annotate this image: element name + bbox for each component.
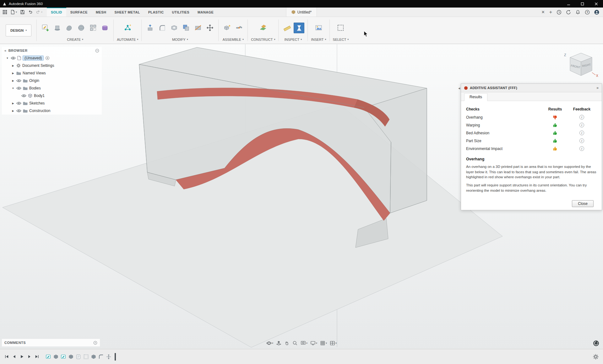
browser-item-document-settings[interactable]: ▶ Document Settings [2, 62, 102, 69]
comments-bar[interactable]: COMMENTS [2, 339, 100, 346]
document-tab[interactable]: Untitled* [286, 8, 317, 17]
additive-assistant-tool-icon[interactable] [294, 23, 304, 33]
extrude-icon[interactable] [52, 23, 62, 33]
visibility-eye-icon[interactable] [16, 87, 21, 90]
browser-item-origin[interactable]: ▶ Origin [2, 77, 102, 84]
go-to-start-icon[interactable] [4, 355, 9, 359]
timeline-fillet-icon[interactable] [98, 354, 104, 360]
timeline-feature-icon[interactable] [76, 354, 81, 360]
workspace-selector-dropdown[interactable]: DESIGN ▾ [6, 24, 31, 36]
history-clock-icon[interactable] [557, 10, 562, 15]
fillet-icon[interactable] [157, 23, 167, 33]
play-icon[interactable] [19, 355, 24, 359]
view-cube[interactable]: Z FRONT RIGHT X [562, 48, 600, 83]
group-label-construct[interactable]: CONSTRUCT▾ [251, 37, 275, 43]
browser-item-sketches[interactable]: ▶ Sketches [2, 99, 102, 107]
timeline-extrude-icon[interactable] [91, 354, 96, 360]
joint-icon[interactable] [234, 23, 244, 33]
help-icon[interactable]: ? [585, 10, 590, 15]
timeline-sketch-icon[interactable] [61, 354, 66, 360]
visibility-eye-icon[interactable] [21, 94, 26, 97]
tab-sheet-metal[interactable]: SHEET METAL [110, 8, 144, 17]
visibility-eye-icon[interactable] [16, 102, 21, 105]
visibility-eye-icon[interactable] [11, 56, 16, 60]
shell-icon[interactable] [169, 23, 179, 33]
pattern-icon[interactable] [88, 23, 98, 33]
revolve-icon[interactable] [76, 23, 86, 33]
app-grid-icon[interactable] [3, 10, 7, 14]
tab-utilities[interactable]: UTILITIES [168, 8, 193, 17]
group-label-assemble[interactable]: ASSEMBLE▾ [223, 37, 244, 43]
tab-surface[interactable]: SURFACE [66, 8, 92, 17]
grid-snap-icon[interactable]: ▾ [319, 340, 328, 346]
create-form-icon[interactable] [100, 23, 110, 33]
expand-caret-icon[interactable]: ▶ [11, 102, 15, 105]
visibility-eye-icon[interactable] [16, 79, 21, 82]
combine-icon[interactable] [181, 23, 191, 33]
sweep-icon[interactable] [64, 23, 74, 33]
step-back-icon[interactable] [12, 355, 17, 359]
user-avatar[interactable] [594, 10, 599, 15]
tab-plastic[interactable]: PLASTIC [144, 8, 168, 17]
visibility-eye-icon[interactable] [16, 109, 21, 112]
close-document-tab-icon[interactable]: ✕ [541, 10, 545, 14]
redo-icon[interactable]: ▾ [36, 10, 42, 14]
save-icon[interactable] [20, 10, 25, 14]
construction-plane-icon[interactable] [258, 23, 269, 33]
viewports-icon[interactable]: ▾ [329, 340, 338, 346]
timeline-position-marker[interactable] [115, 353, 116, 361]
pan-icon[interactable] [283, 340, 291, 346]
group-label-inspect[interactable]: INSPECT▾ [285, 37, 302, 43]
timeline-sketch-icon[interactable] [46, 354, 51, 360]
activate-component-icon[interactable] [45, 56, 50, 60]
info-icon[interactable]: i [579, 146, 584, 151]
tab-mesh[interactable]: MESH [92, 8, 110, 17]
expand-caret-icon[interactable]: ▼ [11, 87, 15, 90]
info-icon[interactable]: i [579, 138, 584, 143]
expand-caret-icon[interactable]: ▶ [11, 64, 15, 67]
expand-caret-icon[interactable]: ▶ [11, 79, 15, 82]
timeline-settings-gear-icon[interactable] [593, 354, 599, 360]
minimize-button[interactable] [562, 0, 575, 8]
group-label-modify[interactable]: MODIFY▾ [172, 37, 188, 43]
3d-viewport[interactable]: « BROWSER ▼ (Unsaved) ▶ Document Setting… [0, 44, 603, 349]
root-document-label[interactable]: (Unsaved) [23, 56, 44, 61]
info-icon[interactable]: i [579, 131, 584, 135]
timeline-extrude-icon[interactable] [53, 354, 59, 360]
select-marquee-icon[interactable] [335, 23, 346, 33]
browser-item-body1[interactable]: Body1 [2, 92, 102, 99]
group-label-create[interactable]: CREATE▾ [67, 37, 83, 43]
create-sketch-icon[interactable] [40, 23, 51, 33]
timeline-extrude-icon[interactable] [68, 354, 74, 360]
group-label-automate[interactable]: AUTOMATE▾ [117, 37, 138, 43]
timeline-move-icon[interactable] [106, 354, 111, 360]
expand-caret-icon[interactable]: ▶ [11, 72, 15, 75]
assistant-status-icon[interactable] [593, 340, 599, 346]
info-icon[interactable]: i [579, 123, 584, 127]
step-forward-icon[interactable] [27, 355, 32, 359]
panel-expand-icon[interactable]: » [596, 86, 599, 90]
insert-canvas-icon[interactable] [313, 23, 324, 33]
browser-item-named-views[interactable]: ▶ Named Views [2, 69, 102, 77]
look-at-icon[interactable] [275, 340, 282, 346]
panel-collapse-handle[interactable]: ◀ [458, 86, 461, 91]
browser-item-construction[interactable]: ▶ Construction [2, 107, 102, 115]
additive-assistant-header[interactable]: ADDITIVE ASSISTANT (FFF) » [461, 84, 602, 92]
job-status-icon[interactable] [566, 10, 571, 15]
group-label-insert[interactable]: INSERT▾ [311, 37, 326, 43]
split-body-icon[interactable] [193, 23, 203, 33]
tab-results[interactable]: Results [464, 93, 487, 101]
group-label-select[interactable]: SELECT▾ [333, 37, 349, 43]
comments-options-icon[interactable] [93, 341, 97, 345]
expand-caret-icon[interactable]: ▼ [6, 57, 9, 60]
maximize-button[interactable] [575, 0, 589, 8]
zoom-icon[interactable] [291, 340, 299, 346]
file-menu-icon[interactable]: ▾ [10, 10, 17, 14]
timeline-construction-icon[interactable] [83, 354, 89, 360]
fit-view-icon[interactable]: ▾ [300, 340, 308, 346]
new-document-tab-icon[interactable]: + [549, 9, 552, 15]
close-panel-button[interactable]: Close [572, 200, 594, 207]
info-icon[interactable]: i [579, 115, 584, 120]
orbit-icon[interactable]: ▾ [265, 340, 274, 346]
automate-icon[interactable] [122, 23, 133, 33]
